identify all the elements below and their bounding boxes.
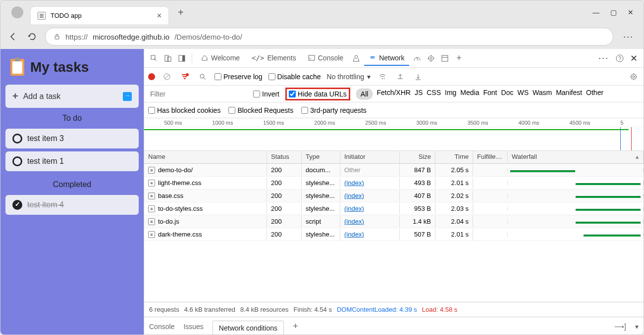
- tab-console[interactable]: Console: [303, 51, 348, 66]
- browser-menu-icon[interactable]: ···: [620, 32, 637, 42]
- export-har-icon[interactable]: [412, 71, 424, 83]
- minimize-icon[interactable]: —: [592, 8, 599, 16]
- task-item[interactable]: test item 1: [5, 151, 139, 171]
- col-status[interactable]: Status: [267, 151, 302, 163]
- back-button[interactable]: [7, 31, 19, 43]
- initiator-link[interactable]: (index): [344, 205, 364, 212]
- invert-checkbox[interactable]: Invert: [253, 90, 279, 98]
- search-icon[interactable]: [197, 71, 209, 83]
- task-item-done[interactable]: test item 4: [5, 195, 139, 215]
- request-row[interactable]: ≡dark-theme.css200styleshe...(index)507 …: [144, 228, 644, 241]
- request-table-headers: Name Status Type Initiator Size Time Ful…: [144, 151, 644, 164]
- more-tabs-icon[interactable]: +: [453, 52, 465, 64]
- filter-type-media[interactable]: Media: [460, 89, 479, 99]
- col-waterfall[interactable]: Waterfall▴: [508, 151, 644, 163]
- drawer-tab-issues[interactable]: Issues: [183, 323, 203, 331]
- filter-type-fetch/xhr[interactable]: Fetch/XHR: [376, 89, 410, 99]
- clear-button[interactable]: [161, 71, 173, 83]
- task-item[interactable]: test item 3: [5, 129, 139, 148]
- drawer-tab-network-conditions[interactable]: Network conditions: [213, 321, 284, 335]
- extra-filter-row: Has blocked cookies Blocked Requests 3rd…: [144, 102, 644, 118]
- filter-row: Invert Hide data URLs AllFetch/XHRJSCSSI…: [144, 86, 644, 102]
- device-toggle-icon[interactable]: [162, 52, 174, 64]
- profile-avatar[interactable]: [11, 6, 23, 18]
- timeline-overview[interactable]: 500 ms1000 ms1500 ms2000 ms2500 ms3000 m…: [144, 118, 644, 151]
- third-party-checkbox[interactable]: 3rd-party requests: [301, 106, 367, 114]
- import-har-icon[interactable]: [394, 71, 406, 83]
- drawer-expand-icon[interactable]: ⟶]: [614, 323, 626, 331]
- svg-text:?: ?: [618, 56, 621, 61]
- initiator-link[interactable]: (index): [344, 179, 364, 187]
- svg-point-9: [430, 57, 432, 59]
- task-checkbox[interactable]: [12, 134, 22, 144]
- inspect-icon[interactable]: [148, 52, 160, 64]
- col-initiator[interactable]: Initiator: [340, 151, 400, 163]
- close-window-icon[interactable]: ✕: [628, 8, 634, 16]
- initiator-link[interactable]: (index): [344, 231, 364, 238]
- task-checkbox[interactable]: [12, 156, 22, 166]
- tab-elements[interactable]: </>Elements: [247, 51, 301, 66]
- disable-cache-checkbox[interactable]: Disable cache: [268, 73, 321, 81]
- filter-input[interactable]: [148, 88, 247, 100]
- new-tab-button[interactable]: +: [175, 7, 187, 18]
- network-conditions-icon[interactable]: [376, 71, 388, 83]
- add-task-button[interactable]: + Add a task: [5, 85, 139, 108]
- throttling-select[interactable]: No throttling▾: [327, 73, 371, 81]
- submit-task-icon[interactable]: [123, 92, 132, 101]
- preserve-log-checkbox[interactable]: Preserve log: [215, 73, 263, 81]
- tab-network[interactable]: Network: [364, 51, 409, 66]
- filter-type-wasm[interactable]: Wasm: [533, 89, 552, 99]
- col-type[interactable]: Type: [302, 151, 340, 163]
- close-tab-icon[interactable]: ×: [157, 11, 161, 20]
- request-row[interactable]: ≡to-do-styles.css200styleshe...(index)95…: [144, 202, 644, 215]
- wifi-icon: [369, 54, 376, 61]
- filter-type-img[interactable]: Img: [445, 89, 456, 99]
- record-button[interactable]: [148, 73, 155, 80]
- sources-icon[interactable]: [350, 52, 362, 64]
- blocked-cookies-checkbox[interactable]: Has blocked cookies: [148, 106, 220, 114]
- hide-data-urls-checkbox[interactable]: Hide data URLs: [289, 90, 347, 98]
- blocked-requests-checkbox[interactable]: Blocked Requests: [228, 106, 293, 114]
- dock-icon[interactable]: [176, 52, 188, 64]
- col-name[interactable]: Name: [144, 151, 267, 163]
- browser-tab[interactable]: TODO app ×: [30, 6, 169, 24]
- filter-toggle-icon[interactable]: [179, 71, 191, 83]
- filter-type-doc[interactable]: Doc: [501, 89, 514, 99]
- filter-type-font[interactable]: Font: [483, 89, 497, 99]
- col-fulfilled[interactable]: Fulfilled...: [473, 151, 508, 163]
- refresh-button[interactable]: [26, 31, 38, 43]
- filter-type-manifest[interactable]: Manifest: [556, 89, 582, 99]
- svg-line-18: [204, 78, 206, 80]
- filter-type-js[interactable]: JS: [415, 89, 423, 99]
- resource-icon: ≡: [148, 167, 155, 174]
- svg-rect-5: [182, 55, 185, 61]
- col-size[interactable]: Size: [400, 151, 435, 163]
- filter-type-css[interactable]: CSS: [427, 89, 441, 99]
- initiator-link[interactable]: (index): [344, 192, 364, 199]
- maximize-icon[interactable]: ▢: [610, 8, 617, 16]
- devtools-menu-icon[interactable]: ···: [595, 53, 612, 63]
- filter-type-all[interactable]: All: [356, 89, 373, 99]
- network-settings-icon[interactable]: [628, 71, 640, 83]
- drawer-tab-console[interactable]: Console: [149, 323, 174, 331]
- drawer-collapse-icon[interactable]: ▾: [635, 323, 639, 331]
- close-devtools-icon[interactable]: ✕: [628, 52, 640, 64]
- drawer-add-tab-icon[interactable]: +: [293, 321, 298, 332]
- request-row[interactable]: ≡light-theme.css200styleshe...(index)493…: [144, 177, 644, 190]
- help-icon[interactable]: ?: [614, 52, 626, 64]
- request-row[interactable]: ≡demo-to-do/200docum...Other847 B2.05 s: [144, 164, 644, 177]
- request-row[interactable]: ≡to-do.js200script(index)1.4 kB2.04 s: [144, 215, 644, 228]
- address-bar[interactable]: https://microsoftedge.github.io/Demos/de…: [45, 28, 613, 46]
- request-row[interactable]: ≡base.css200styleshe...(index)407 B2.02 …: [144, 190, 644, 202]
- initiator-link[interactable]: (index): [344, 218, 364, 225]
- tab-welcome[interactable]: Welcome: [196, 51, 245, 66]
- task-checkbox-checked[interactable]: [12, 200, 22, 210]
- col-time[interactable]: Time: [435, 151, 473, 163]
- todo-section-label: To do: [5, 112, 139, 125]
- application-icon[interactable]: [439, 52, 451, 64]
- filter-type-other[interactable]: Other: [586, 89, 603, 99]
- filter-type-ws[interactable]: WS: [517, 89, 529, 99]
- memory-icon[interactable]: [425, 52, 437, 64]
- performance-icon[interactable]: [411, 52, 423, 64]
- resource-icon: ≡: [148, 218, 155, 225]
